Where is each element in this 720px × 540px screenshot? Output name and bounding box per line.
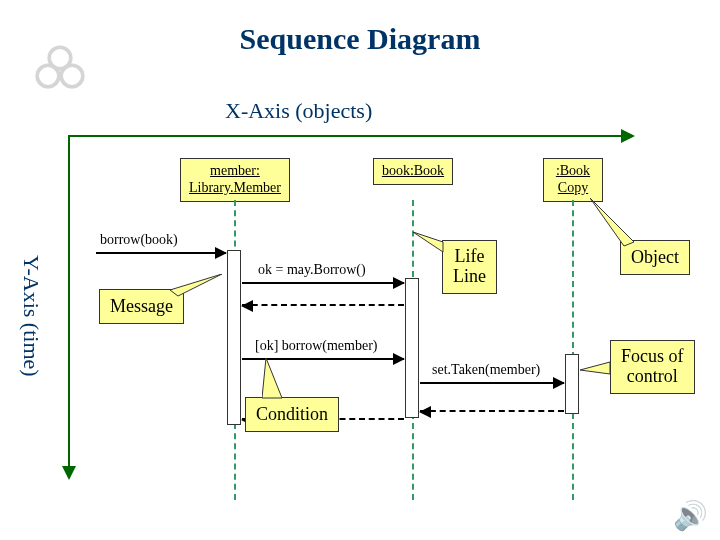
y-axis-arrow-icon — [68, 135, 70, 470]
speaker-icon: 🔊 — [673, 499, 708, 532]
callout-focus-tail-icon — [580, 360, 616, 380]
arrow-borrow — [96, 252, 226, 254]
svg-marker-6 — [580, 362, 610, 374]
callout-lifeline: Life Line — [442, 240, 497, 294]
arrow-settaken-return — [420, 410, 564, 412]
svg-point-2 — [61, 65, 83, 87]
callout-lifeline-tail-icon — [413, 232, 449, 258]
slide: Sequence Diagram X-Axis (objects) Y-Axis… — [0, 0, 720, 540]
activation-bookcopy — [565, 354, 579, 414]
callout-focus: Focus of control — [610, 340, 695, 394]
message-settaken: set.Taken(member) — [432, 362, 540, 378]
arrow-mayborrow — [242, 282, 404, 284]
object-book: book:Book — [373, 158, 453, 185]
callout-message-tail-icon — [170, 274, 230, 298]
x-axis-arrow-icon — [68, 135, 625, 137]
page-title: Sequence Diagram — [0, 22, 720, 56]
y-axis-label: Y-Axis (time) — [18, 255, 44, 377]
message-okborrow: [ok] borrow(member) — [255, 338, 377, 354]
svg-marker-7 — [262, 358, 282, 398]
message-mayborrow: ok = may.Borrow() — [258, 262, 366, 278]
arrow-mayborrow-return — [242, 304, 404, 306]
lifeline-bookcopy — [572, 200, 574, 500]
callout-condition: Condition — [245, 397, 339, 432]
callout-object-tail-icon — [590, 198, 640, 248]
object-member: member: Library.Member — [180, 158, 290, 202]
message-borrow: borrow(book) — [100, 232, 178, 248]
svg-marker-5 — [590, 198, 634, 246]
activation-book — [405, 278, 419, 418]
svg-marker-4 — [413, 232, 443, 252]
callout-condition-tail-icon — [262, 358, 288, 402]
object-bookcopy: :Book Copy — [543, 158, 603, 202]
x-axis-label: X-Axis (objects) — [225, 98, 372, 124]
svg-marker-3 — [170, 274, 222, 296]
arrow-settaken — [420, 382, 564, 384]
svg-point-1 — [37, 65, 59, 87]
